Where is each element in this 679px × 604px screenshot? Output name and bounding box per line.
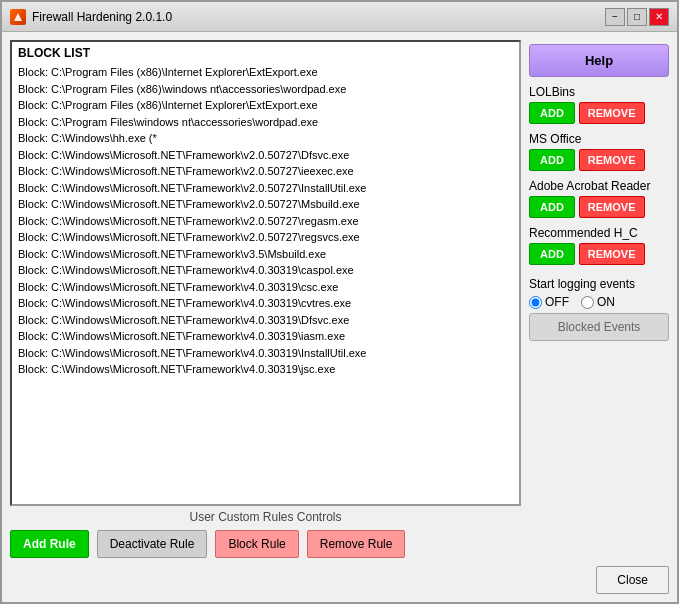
title-bar: Firewall Hardening 2.0.1.0 − □ ✕ <box>2 2 677 32</box>
list-item: Block: C:\Program Files (x86)\Internet E… <box>18 64 513 81</box>
list-item: Block: C:\Windows\Microsoft.NET\Framewor… <box>18 295 513 312</box>
adobe-remove-button[interactable]: REMOVE <box>579 196 645 218</box>
svg-marker-0 <box>14 13 22 21</box>
recommended-remove-button[interactable]: REMOVE <box>579 243 645 265</box>
window-title: Firewall Hardening 2.0.1.0 <box>32 10 172 24</box>
deactivate-rule-button[interactable]: Deactivate Rule <box>97 530 208 558</box>
logging-on-label[interactable]: ON <box>581 295 615 309</box>
logging-off-label[interactable]: OFF <box>529 295 569 309</box>
list-item: Block: C:\Windows\Microsoft.NET\Framewor… <box>18 312 513 329</box>
lolbins-section: LOLBins ADD REMOVE <box>529 85 669 124</box>
right-panel: Help LOLBins ADD REMOVE MS Office ADD RE… <box>529 40 669 558</box>
list-item: Block: C:\Windows\Microsoft.NET\Framewor… <box>18 246 513 263</box>
block-list-title: BLOCK LIST <box>12 42 519 62</box>
msoffice-controls: ADD REMOVE <box>529 149 669 171</box>
title-bar-left: Firewall Hardening 2.0.1.0 <box>10 9 172 25</box>
block-list-container[interactable]: BLOCK LIST Block: C:\Program Files (x86)… <box>10 40 521 506</box>
minimize-button[interactable]: − <box>605 8 625 26</box>
list-item: Block: C:\Windows\Microsoft.NET\Framewor… <box>18 180 513 197</box>
user-controls-label: User Custom Rules Controls <box>10 510 521 524</box>
list-item: Block: C:\Windows\hh.exe (* <box>18 130 513 147</box>
list-item: Block: C:\Program Files (x86)\Internet E… <box>18 97 513 114</box>
msoffice-remove-button[interactable]: REMOVE <box>579 149 645 171</box>
recommended-label: Recommended H_C <box>529 226 669 240</box>
user-controls-section: User Custom Rules Controls Add Rule Deac… <box>10 510 521 558</box>
lolbins-label: LOLBins <box>529 85 669 99</box>
list-item: Block: C:\Windows\Microsoft.NET\Framewor… <box>18 262 513 279</box>
block-rule-button[interactable]: Block Rule <box>215 530 298 558</box>
main-content: BLOCK LIST Block: C:\Program Files (x86)… <box>2 32 677 566</box>
left-panel: BLOCK LIST Block: C:\Program Files (x86)… <box>10 40 521 558</box>
app-icon <box>10 9 26 25</box>
list-item: Block: C:\Windows\Microsoft.NET\Framewor… <box>18 229 513 246</box>
block-list-scroll[interactable]: Block: C:\Program Files (x86)\Internet E… <box>12 62 519 496</box>
msoffice-section: MS Office ADD REMOVE <box>529 132 669 171</box>
list-item: Block: C:\Program Files (x86)\windows nt… <box>18 81 513 98</box>
list-item: Block: C:\Windows\Microsoft.NET\Framewor… <box>18 213 513 230</box>
list-item: Block: C:\Windows\Microsoft.NET\Framewor… <box>18 345 513 362</box>
logging-label: Start logging events <box>529 277 669 291</box>
maximize-button[interactable]: □ <box>627 8 647 26</box>
bottom-bar: Close <box>2 566 677 602</box>
logging-radio-row: OFF ON <box>529 295 669 309</box>
logging-off-radio[interactable] <box>529 296 542 309</box>
lolbins-add-button[interactable]: ADD <box>529 102 575 124</box>
lolbins-remove-button[interactable]: REMOVE <box>579 102 645 124</box>
recommended-add-button[interactable]: ADD <box>529 243 575 265</box>
add-rule-button[interactable]: Add Rule <box>10 530 89 558</box>
lolbins-controls: ADD REMOVE <box>529 102 669 124</box>
list-item: Block: C:\Windows\Microsoft.NET\Framewor… <box>18 361 513 378</box>
title-controls: − □ ✕ <box>605 8 669 26</box>
adobe-section: Adobe Acrobat Reader ADD REMOVE <box>529 179 669 218</box>
adobe-controls: ADD REMOVE <box>529 196 669 218</box>
blocked-events-button[interactable]: Blocked Events <box>529 313 669 341</box>
window-close-button[interactable]: ✕ <box>649 8 669 26</box>
msoffice-add-button[interactable]: ADD <box>529 149 575 171</box>
controls-row: Add Rule Deactivate Rule Block Rule Remo… <box>10 530 521 558</box>
list-item: Block: C:\Windows\Microsoft.NET\Framewor… <box>18 279 513 296</box>
recommended-section: Recommended H_C ADD REMOVE <box>529 226 669 265</box>
list-item: Block: C:\Windows\Microsoft.NET\Framewor… <box>18 163 513 180</box>
logging-on-radio[interactable] <box>581 296 594 309</box>
logging-section: Start logging events OFF ON Blocked Even… <box>529 277 669 341</box>
close-button[interactable]: Close <box>596 566 669 594</box>
main-window: Firewall Hardening 2.0.1.0 − □ ✕ BLOCK L… <box>0 0 679 604</box>
msoffice-label: MS Office <box>529 132 669 146</box>
recommended-controls: ADD REMOVE <box>529 243 669 265</box>
list-item: Block: C:\Program Files\windows nt\acces… <box>18 114 513 131</box>
list-item: Block: C:\Windows\Microsoft.NET\Framewor… <box>18 196 513 213</box>
remove-rule-button[interactable]: Remove Rule <box>307 530 406 558</box>
adobe-add-button[interactable]: ADD <box>529 196 575 218</box>
help-button[interactable]: Help <box>529 44 669 77</box>
adobe-label: Adobe Acrobat Reader <box>529 179 669 193</box>
list-item: Block: C:\Windows\Microsoft.NET\Framewor… <box>18 147 513 164</box>
list-item: Block: C:\Windows\Microsoft.NET\Framewor… <box>18 328 513 345</box>
